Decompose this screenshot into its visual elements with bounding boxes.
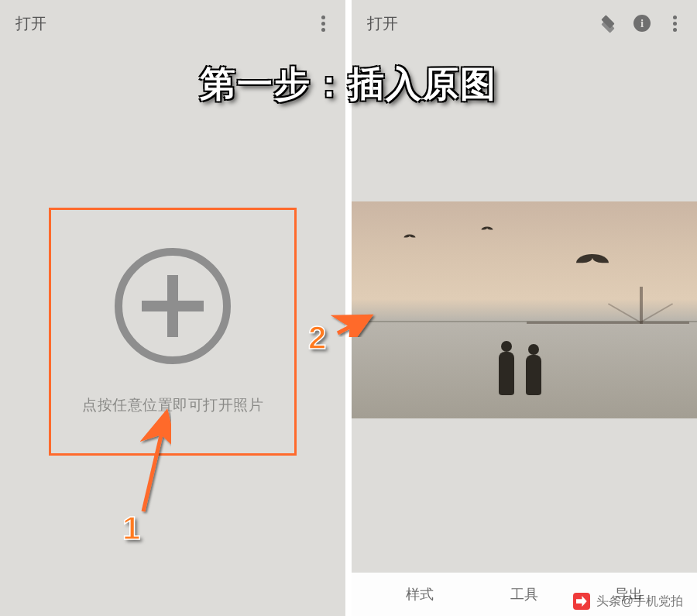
tab-styles[interactable]: 样式 (406, 585, 434, 604)
phone-screen-loaded: 打开 i (352, 0, 697, 616)
layers-icon[interactable] (599, 15, 616, 32)
phone-screen-empty: 打开 点按任意位置即可打开照片 (0, 0, 345, 616)
empty-canvas-area[interactable]: 点按任意位置即可打开照片 (0, 46, 345, 616)
tab-tools[interactable]: 工具 (510, 585, 538, 604)
open-button[interactable]: 打开 (15, 13, 46, 34)
bottom-tab-bar: 样式 工具 导出 (352, 573, 697, 616)
more-menu-icon[interactable] (316, 15, 330, 32)
topbar-right: 打开 i (352, 0, 697, 46)
topbar-left: 打开 (0, 0, 345, 46)
info-icon[interactable]: i (633, 15, 651, 32)
open-button[interactable]: 打开 (367, 13, 398, 34)
tab-export[interactable]: 导出 (615, 585, 643, 604)
open-hint-text: 点按任意位置即可打开照片 (82, 395, 263, 415)
add-photo-button[interactable] (115, 248, 231, 364)
highlight-frame: 点按任意位置即可打开照片 (49, 208, 297, 456)
loaded-photo[interactable] (352, 201, 697, 418)
canvas-area[interactable] (352, 46, 697, 573)
more-menu-icon[interactable] (668, 15, 682, 32)
